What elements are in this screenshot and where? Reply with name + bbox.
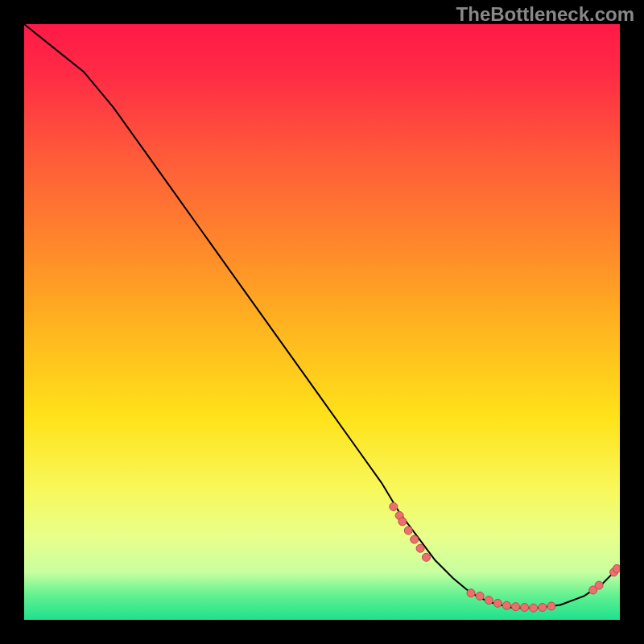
data-dot <box>398 518 407 526</box>
data-dot <box>467 589 475 597</box>
bottleneck-curve <box>24 24 620 608</box>
data-dot <box>411 535 419 543</box>
data-dot <box>485 597 493 605</box>
data-dot <box>530 604 538 612</box>
watermark-text: TheBottleneck.com <box>456 3 634 26</box>
data-dot <box>595 581 603 589</box>
data-dot <box>423 553 431 561</box>
chart-frame: TheBottleneck.com <box>0 0 644 644</box>
data-dot <box>404 526 412 535</box>
data-dot <box>493 599 502 607</box>
data-dot <box>613 564 620 572</box>
data-dot <box>547 602 555 610</box>
data-dot <box>476 592 484 600</box>
data-dot <box>512 603 520 611</box>
data-dot <box>502 601 510 609</box>
data-dot <box>416 544 424 552</box>
data-dot <box>390 502 398 510</box>
chart-svg <box>24 24 620 620</box>
data-dot <box>521 604 529 612</box>
plot-area <box>24 24 620 620</box>
data-dot <box>539 604 547 612</box>
